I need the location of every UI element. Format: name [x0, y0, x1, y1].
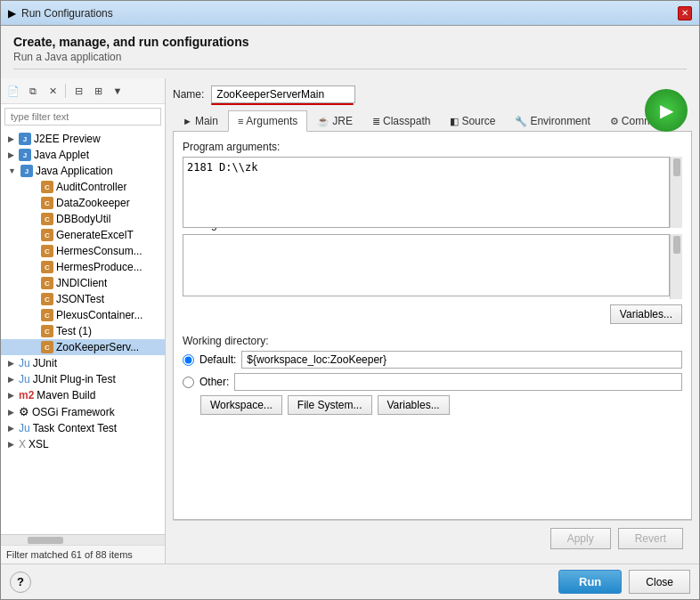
filesystem-button[interactable]: File System...	[288, 395, 372, 415]
tree-item-junit[interactable]: ▶ Ju JUnit	[1, 355, 165, 371]
name-underline	[211, 103, 354, 105]
osgi-icon: ⚙	[19, 405, 29, 418]
tab-content-arguments: Program arguments: 2181 D:\\zk Variables…	[173, 132, 692, 520]
name-input[interactable]	[211, 85, 355, 103]
default-radio[interactable]	[183, 354, 194, 366]
class-icon: C	[41, 325, 53, 337]
name-input-wrap	[211, 85, 692, 103]
tree-item-json-test[interactable]: C JSONTest	[1, 291, 165, 307]
tree-item-audit-controller[interactable]: C AuditController	[1, 179, 165, 195]
tree-item-task-context[interactable]: ▶ Ju Task Context Test	[1, 420, 165, 436]
tab-classpath[interactable]: ≣ Classpath	[362, 110, 440, 131]
tree-item-osgi[interactable]: ▶ ⚙ OSGi Framework	[1, 403, 165, 420]
header-title: Create, manage, and run configurations	[13, 35, 687, 49]
other-radio[interactable]	[183, 377, 194, 388]
program-args-wrap	[183, 157, 682, 228]
scrollbar-thumb[interactable]	[28, 537, 63, 544]
tree-item-label: JUnit	[33, 357, 57, 369]
expand-arrow: ▶	[8, 134, 14, 143]
tree-item-zookeeper-serv[interactable]: C ZooKeeperServ...	[1, 339, 165, 355]
source-tab-icon: ◧	[450, 116, 459, 127]
common-tab-icon: ⚙	[610, 116, 619, 127]
tab-environment[interactable]: 🔧 Environment	[505, 110, 599, 131]
tab-environment-label: Environment	[530, 115, 590, 127]
tree-item-java-application[interactable]: ▼ J Java Application	[1, 163, 165, 179]
tree-container: ▶ J J2EE Preview ▶ J Java Applet ▼ J Jav…	[1, 129, 165, 534]
expand-arrow: ▶	[8, 150, 14, 159]
tree-item-label: Test (1)	[56, 325, 92, 337]
tree-item-label: Maven Build	[37, 389, 95, 401]
expand-arrow: ▶	[8, 359, 14, 368]
tab-arguments[interactable]: ≡ Arguments	[228, 110, 307, 132]
tree-item-java-applet[interactable]: ▶ J Java Applet	[1, 147, 165, 163]
tree-item-data-zookeeper[interactable]: C DataZookeeper	[1, 195, 165, 211]
new-config-button[interactable]: 📄	[4, 82, 22, 100]
tab-main[interactable]: ► Main	[173, 110, 228, 131]
filter-input[interactable]	[4, 108, 161, 126]
expand-arrow: ▶	[8, 424, 14, 433]
program-args-section: Program arguments: 2181 D:\\zk Variables…	[183, 141, 682, 207]
program-args-textarea[interactable]	[183, 157, 670, 228]
help-button[interactable]: ?	[10, 572, 31, 593]
delete-config-button[interactable]: ✕	[44, 82, 61, 100]
tree-item-label: DBBodyUtil	[56, 213, 110, 225]
apply-button[interactable]: Apply	[550, 528, 611, 549]
vm-args-textarea[interactable]	[183, 234, 670, 296]
vm-args-scrollbar[interactable]	[670, 234, 682, 299]
tab-jre[interactable]: ☕ JRE	[307, 110, 362, 131]
filter-button[interactable]: ⊟	[69, 82, 87, 100]
tree-item-db-body-util[interactable]: C DBBodyUtil	[1, 211, 165, 227]
tree-item-j2ee[interactable]: ▶ J J2EE Preview	[1, 131, 165, 147]
maven-icon: m2	[19, 389, 34, 401]
collapse-all-button[interactable]: ⊞	[89, 82, 107, 100]
tree-item-hermes-produce[interactable]: C HermesProduce...	[1, 259, 165, 275]
class-icon: C	[41, 229, 53, 241]
duplicate-config-button[interactable]: ⧉	[24, 82, 42, 100]
tree-item-label: Task Context Test	[33, 422, 118, 434]
arguments-tab-icon: ≡	[238, 116, 243, 126]
revert-button[interactable]: Revert	[618, 528, 683, 549]
class-icon: C	[41, 213, 53, 225]
filter-status: Filter matched 61 of 88 items	[1, 545, 165, 564]
view-menu-button[interactable]: ▼	[109, 82, 126, 100]
horizontal-scrollbar[interactable]	[1, 534, 165, 545]
tree-item-hermes-consum[interactable]: C HermesConsum...	[1, 243, 165, 259]
default-workdir-input[interactable]	[241, 351, 682, 369]
header-subtitle: Run a Java application	[13, 51, 687, 63]
tree-item-plexus[interactable]: C PlexusContainer...	[1, 307, 165, 323]
class-icon: C	[41, 197, 53, 209]
toolbar-separator	[65, 84, 66, 98]
expand-arrow: ▶	[8, 440, 14, 449]
title-bar: ▶ Run Configurations ✕	[1, 1, 699, 26]
other-workdir-input[interactable]	[234, 373, 682, 391]
tree-item-xsl[interactable]: ▶ X XSL	[1, 436, 165, 452]
run-button[interactable]: Run	[558, 570, 622, 594]
name-label: Name:	[173, 88, 204, 101]
tree-item-generate-excel[interactable]: C GenerateExcelT	[1, 227, 165, 243]
tree-item-test1[interactable]: C Test (1)	[1, 323, 165, 339]
variables-button[interactable]: Variables...	[378, 395, 450, 415]
tree-item-label: PlexusContainer...	[56, 309, 142, 321]
class-icon: C	[41, 341, 53, 353]
vm-args-buttons: Variables...	[183, 304, 682, 324]
run-config-play-button[interactable]: ▶	[645, 89, 688, 132]
header-divider	[13, 69, 687, 69]
workspace-button[interactable]: Workspace...	[200, 395, 282, 415]
main-content: 📄 ⧉ ✕ ⊟ ⊞ ▼ ▶ J J2EE Preview	[1, 78, 699, 564]
name-row: Name:	[173, 85, 692, 103]
jre-tab-icon: ☕	[317, 116, 330, 127]
tree-item-label: J2EE Preview	[34, 133, 101, 145]
tree-item-jndi-client[interactable]: C JNDIClient	[1, 275, 165, 291]
tab-source[interactable]: ◧ Source	[440, 110, 505, 131]
title-bar-left: ▶ Run Configurations	[8, 7, 113, 20]
tree-item-junit-plugin[interactable]: ▶ Ju JUnit Plug-in Test	[1, 371, 165, 387]
vm-args-variables-button[interactable]: Variables...	[610, 304, 682, 324]
xsl-icon: X	[19, 438, 26, 450]
program-args-scrollbar[interactable]	[670, 157, 682, 228]
junit-plugin-icon: Ju	[19, 373, 30, 385]
header: Create, manage, and run configurations R…	[1, 26, 699, 78]
tree-item-maven[interactable]: ▶ m2 Maven Build	[1, 387, 165, 403]
tree-item-label: Java Applet	[34, 149, 89, 161]
close-button[interactable]: Close	[629, 570, 690, 594]
window-close-button[interactable]: ✕	[678, 6, 692, 20]
